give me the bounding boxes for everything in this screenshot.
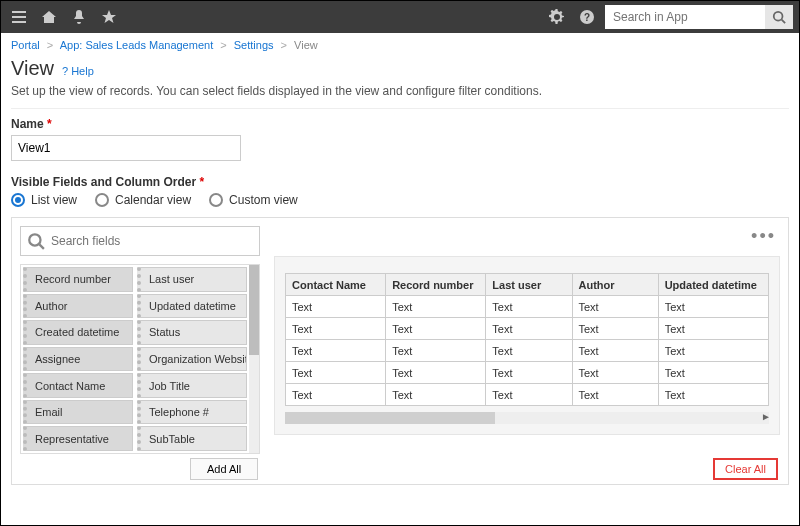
name-label: Name *: [11, 117, 789, 131]
table-cell: Text: [572, 296, 658, 318]
table-cell: Text: [486, 318, 572, 340]
table-cell: Text: [572, 362, 658, 384]
table-cell: Text: [386, 340, 486, 362]
field-chip[interactable]: Email: [23, 400, 133, 425]
table-row: TextTextTextTextTextText: [286, 362, 770, 384]
field-chip[interactable]: Created datetime: [23, 320, 133, 345]
table-cell: Text: [658, 340, 768, 362]
field-chip[interactable]: Contact Name: [23, 373, 133, 398]
radio-bullet-icon: [95, 193, 109, 207]
table-cell: Text: [386, 296, 486, 318]
table-cell: Text: [286, 384, 386, 406]
view-builder: Record numberAuthorCreated datetimeAssig…: [11, 217, 789, 485]
table-cell: Text: [658, 296, 768, 318]
search-fields-box: [20, 226, 260, 256]
field-palette: Record numberAuthorCreated datetimeAssig…: [20, 226, 260, 454]
breadcrumb: Portal > App: Sales Leads Management > S…: [1, 33, 799, 55]
table-row: TextTextTextTextTextText: [286, 340, 770, 362]
page-description: Set up the view of records. You can sele…: [11, 84, 789, 98]
table-cell: Text: [386, 318, 486, 340]
home-icon[interactable]: [37, 5, 61, 29]
breadcrumb-current: View: [294, 39, 318, 51]
help-link[interactable]: ? Help: [62, 65, 94, 77]
table-cell: Text: [486, 296, 572, 318]
table-cell: Text: [486, 384, 572, 406]
svg-point-3: [29, 234, 40, 245]
table-cell: Text: [572, 318, 658, 340]
table-cell: Text: [768, 318, 769, 340]
radio-bullet-icon: [11, 193, 25, 207]
field-chip[interactable]: Last user: [137, 267, 247, 292]
column-header[interactable]: Last user: [486, 274, 572, 296]
table-row: TextTextTextTextTextText: [286, 318, 770, 340]
app-search-input[interactable]: [605, 5, 765, 29]
field-chip[interactable]: Author: [23, 294, 133, 319]
table-cell: Text: [486, 362, 572, 384]
radio-calendar-view[interactable]: Calendar view: [95, 193, 191, 207]
field-chip[interactable]: Organization Website: [137, 347, 247, 372]
radio-custom-view[interactable]: Custom view: [209, 193, 298, 207]
table-cell: Text: [658, 362, 768, 384]
table-cell: Text: [386, 362, 486, 384]
table-cell: Text: [386, 384, 486, 406]
radio-list-view[interactable]: List view: [11, 193, 77, 207]
table-row: TextTextTextTextTextText: [286, 384, 770, 406]
help-icon[interactable]: ?: [575, 5, 599, 29]
search-icon: [27, 232, 45, 250]
table-row: TextTextTextTextTextText: [286, 296, 770, 318]
breadcrumb-portal[interactable]: Portal: [11, 39, 40, 51]
app-search-button[interactable]: [765, 5, 793, 29]
table-cell: Text: [286, 296, 386, 318]
field-chip[interactable]: Updated datetime: [137, 294, 247, 319]
gear-icon[interactable]: [545, 5, 569, 29]
table-cell: Text: [658, 384, 768, 406]
svg-point-2: [774, 12, 783, 21]
field-chip[interactable]: Assignee: [23, 347, 133, 372]
column-header[interactable]: Record number: [386, 274, 486, 296]
scroll-right-icon[interactable]: ►: [761, 411, 771, 422]
column-header[interactable]: Author: [572, 274, 658, 296]
table-cell: Text: [658, 318, 768, 340]
table-cell: Text: [286, 318, 386, 340]
table-cell: Text: [768, 296, 769, 318]
table-cell: Text: [572, 384, 658, 406]
view-type-radios: List view Calendar view Custom view: [11, 193, 789, 207]
field-chip[interactable]: Job Title: [137, 373, 247, 398]
table-cell: Text: [486, 340, 572, 362]
table-cell: Text: [768, 362, 769, 384]
palette-scrollbar[interactable]: [249, 265, 259, 453]
menu-icon[interactable]: [7, 5, 31, 29]
breadcrumb-settings[interactable]: Settings: [234, 39, 274, 51]
bell-icon[interactable]: [67, 5, 91, 29]
column-header[interactable]: Create: [768, 274, 769, 296]
topbar: ?: [1, 1, 799, 33]
app-search: [605, 1, 793, 33]
preview-area: ••• Contact NameRecord numberLast userAu…: [274, 226, 780, 435]
field-chip[interactable]: Telephone #: [137, 400, 247, 425]
table-cell: Text: [768, 384, 769, 406]
search-fields-input[interactable]: [51, 234, 251, 248]
add-all-button[interactable]: Add All: [190, 458, 258, 480]
preview-horizontal-scrollbar[interactable]: ◄ ►: [285, 412, 769, 424]
column-header[interactable]: Contact Name: [286, 274, 386, 296]
clear-all-button[interactable]: Clear All: [713, 458, 778, 480]
view-name-input[interactable]: [11, 135, 241, 161]
breadcrumb-app[interactable]: App: Sales Leads Management: [60, 39, 214, 51]
star-icon[interactable]: [97, 5, 121, 29]
radio-bullet-icon: [209, 193, 223, 207]
field-chip[interactable]: SubTable: [137, 426, 247, 451]
field-chip[interactable]: Record number: [23, 267, 133, 292]
svg-text:?: ?: [584, 12, 590, 23]
preview-table: Contact NameRecord numberLast userAuthor…: [285, 273, 769, 406]
visible-fields-label: Visible Fields and Column Order *: [11, 175, 789, 189]
more-options-icon[interactable]: •••: [274, 226, 780, 256]
field-chip[interactable]: Status: [137, 320, 247, 345]
table-cell: Text: [286, 362, 386, 384]
table-cell: Text: [286, 340, 386, 362]
page-title: View: [11, 57, 54, 80]
table-cell: Text: [768, 340, 769, 362]
column-header[interactable]: Updated datetime: [658, 274, 768, 296]
table-cell: Text: [572, 340, 658, 362]
field-chip[interactable]: Representative: [23, 426, 133, 451]
